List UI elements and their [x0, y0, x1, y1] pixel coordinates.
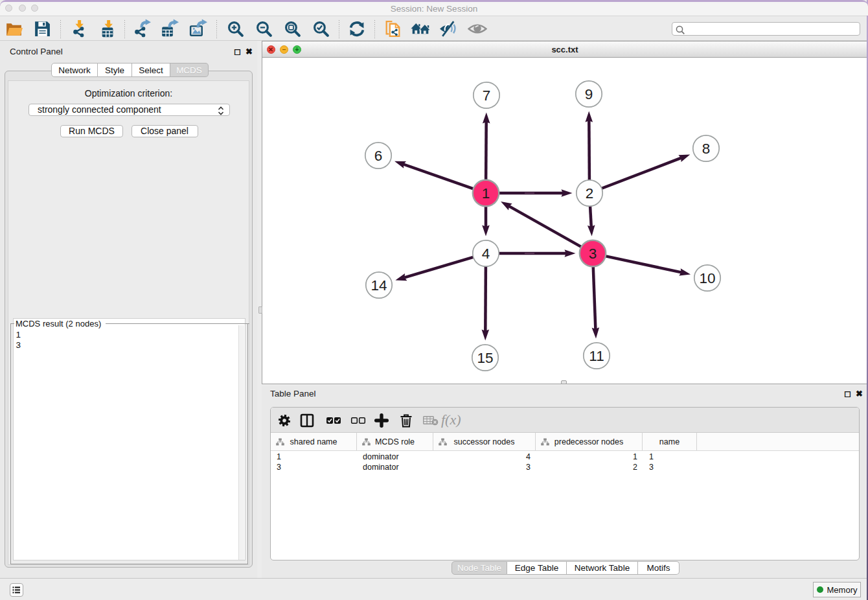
svg-text:14: 14 — [371, 277, 387, 294]
svg-text:3: 3 — [589, 246, 597, 262]
svg-text:11: 11 — [589, 348, 604, 364]
svg-text:2: 2 — [586, 185, 594, 202]
svg-text:7: 7 — [483, 87, 491, 104]
svg-text:6: 6 — [374, 148, 383, 164]
svg-text:8: 8 — [702, 141, 711, 157]
svg-text:1: 1 — [482, 185, 490, 202]
svg-text:4: 4 — [482, 246, 490, 262]
svg-text:15: 15 — [477, 350, 493, 366]
svg-text:10: 10 — [699, 270, 715, 286]
svg-text:9: 9 — [585, 86, 593, 102]
